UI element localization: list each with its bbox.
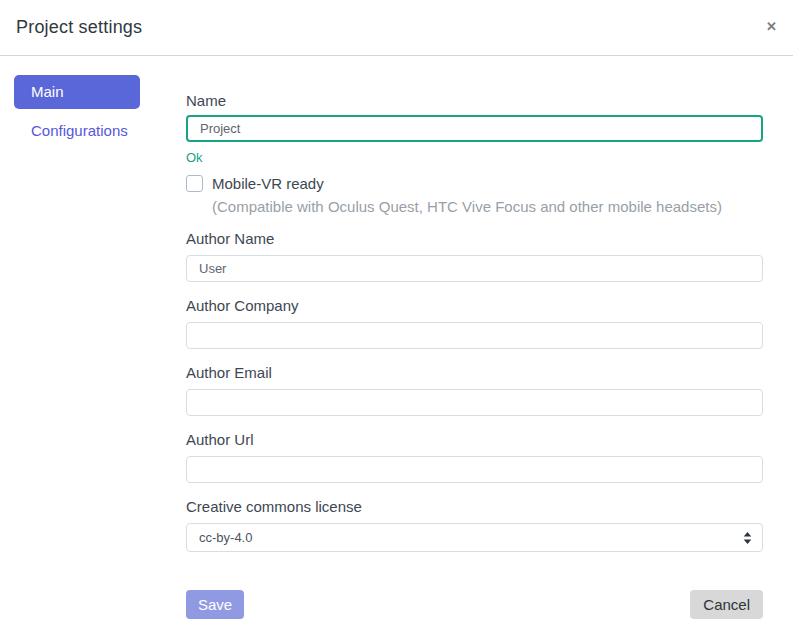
dialog-footer: Save Cancel (186, 590, 763, 619)
settings-form: Name Ok Mobile-VR ready (Compatible with… (186, 56, 793, 619)
cancel-button[interactable]: Cancel (690, 590, 763, 619)
author-company-label: Author Company (186, 297, 763, 314)
author-email-input[interactable] (186, 389, 763, 416)
author-company-input[interactable] (186, 322, 763, 349)
sidebar: Main Configurations (0, 56, 186, 619)
mobile-vr-label[interactable]: Mobile-VR ready (212, 175, 324, 192)
author-url-label: Author Url (186, 431, 763, 448)
mobile-vr-row: Mobile-VR ready (186, 175, 763, 192)
author-url-input[interactable] (186, 456, 763, 483)
project-settings-dialog: Project settings ✕ Main Configurations N… (0, 0, 793, 619)
dialog-title: Project settings (16, 17, 142, 38)
close-icon[interactable]: ✕ (763, 17, 780, 36)
mobile-vr-checkbox[interactable] (186, 175, 203, 192)
license-label: Creative commons license (186, 498, 763, 515)
author-email-label: Author Email (186, 364, 763, 381)
tab-configurations[interactable]: Configurations (14, 109, 140, 139)
name-input[interactable] (186, 115, 763, 142)
save-button[interactable]: Save (186, 590, 244, 619)
license-select-wrap: cc-by-4.0 (186, 523, 763, 552)
mobile-vr-help-text: (Compatible with Oculus Quest, HTC Vive … (212, 198, 763, 215)
dialog-body: Main Configurations Name Ok Mobile-VR re… (0, 56, 793, 619)
author-name-input[interactable] (186, 255, 763, 282)
author-name-label: Author Name (186, 230, 763, 247)
license-select[interactable]: cc-by-4.0 (186, 523, 763, 552)
name-status-ok: Ok (186, 150, 763, 165)
dialog-header: Project settings ✕ (0, 0, 793, 56)
name-label: Name (186, 92, 763, 109)
tab-main[interactable]: Main (14, 75, 140, 109)
